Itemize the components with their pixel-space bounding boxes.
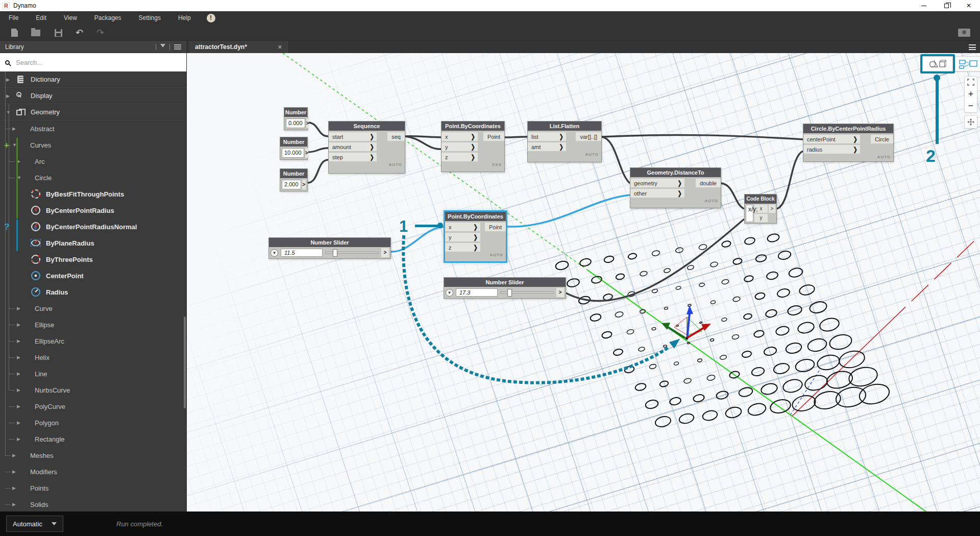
minimize-button[interactable] [913, 0, 935, 11]
wire[interactable] [566, 219, 744, 301]
node-number-slider-1[interactable]: Number Slider ▾ 11.5 > [268, 237, 391, 259]
input-port[interactable]: amount❯ [329, 142, 377, 151]
input-port[interactable]: y❯ [442, 142, 478, 151]
library-item[interactable]: ByBestFitThroughPoints [0, 186, 186, 202]
slider-handle[interactable] [333, 249, 337, 257]
redo-button[interactable]: ↷ [96, 29, 104, 36]
wire[interactable] [505, 137, 527, 137]
output-port[interactable]: seq [387, 132, 405, 141]
node-list-flatten[interactable]: List.Flatten list❯ amt❯ var[]..[] AUTO [527, 121, 602, 162]
node-title[interactable]: Point.ByCoordinates [442, 121, 504, 131]
library-item[interactable]: ByThreePoints [0, 251, 186, 267]
library-item[interactable]: ▶ Line [0, 366, 186, 382]
node-title[interactable]: Number [284, 108, 307, 117]
slider-value-input[interactable]: 17.3 [456, 288, 498, 297]
slider-value-input[interactable]: 11.5 [281, 249, 323, 257]
wire[interactable] [308, 123, 328, 136]
library-scrollbar[interactable] [184, 316, 186, 408]
output-port[interactable]: > [302, 180, 306, 189]
output-port[interactable]: double [696, 179, 721, 187]
zoom-in-button[interactable]: + [968, 90, 973, 98]
expander-arrow-icon[interactable]: ▶ [12, 502, 18, 507]
expander-arrow-icon[interactable]: ▶ [12, 485, 18, 491]
library-item[interactable]: ▶ Modifiers [0, 464, 186, 480]
output-port[interactable]: > [556, 288, 564, 297]
library-item[interactable]: ▶ NurbsCurve [0, 382, 186, 398]
library-item[interactable]: Radius [0, 284, 186, 300]
expander-arrow-icon[interactable]: ▶ [6, 77, 13, 82]
input-port[interactable]: z❯ [442, 153, 478, 161]
library-category[interactable]: ▶ Display [0, 88, 186, 104]
library-category[interactable]: ▶ Dictionary [0, 71, 186, 88]
code-input[interactable]: x/y; [746, 205, 753, 222]
input-port[interactable]: x❯ [442, 132, 478, 141]
wire[interactable] [602, 137, 630, 183]
tab-attractortest[interactable]: attractorTest.dyn* ✕ [189, 41, 288, 53]
wire-selected[interactable] [507, 195, 630, 227]
output-port[interactable]: > [381, 248, 389, 257]
output-port[interactable]: > [769, 205, 775, 213]
library-item[interactable]: ▼ Circle [0, 169, 186, 186]
slider-track[interactable] [325, 252, 379, 254]
number-value-input[interactable]: 2.000 [282, 180, 301, 189]
node-title[interactable]: Number Slider [269, 238, 390, 247]
output-port[interactable]: Circle [871, 135, 893, 143]
node-point-bycoordinates-selected[interactable]: Point.ByCoordinates x❯ y❯ z❯ Point AUTO [444, 210, 507, 263]
node-title[interactable]: Number [280, 169, 307, 178]
output-port[interactable]: Point [485, 223, 506, 231]
canvas[interactable]: Number 0.000> Number 10.000> Number 2.00… [186, 53, 980, 511]
wire[interactable] [721, 183, 744, 209]
expander-arrow-icon[interactable]: ▶ [17, 420, 23, 425]
workspace-menu-icon[interactable] [969, 44, 976, 50]
library-item[interactable]: ▶ Abstract [0, 120, 186, 137]
expander-arrow-icon[interactable]: ▶ [17, 387, 23, 393]
menu-item[interactable]: Help [169, 11, 200, 25]
menu-item[interactable]: Packages [86, 11, 130, 25]
lacing-indicator[interactable]: XXX [492, 162, 502, 167]
input-port[interactable]: y [754, 214, 768, 222]
menu-item[interactable]: Edit [27, 11, 55, 25]
library-category[interactable]: ▼ Geometry [0, 104, 186, 120]
slider-handle[interactable] [507, 289, 512, 297]
restore-button[interactable] [935, 0, 958, 11]
input-port[interactable]: radius❯ [803, 145, 860, 154]
node-title[interactable]: Sequence [329, 121, 405, 131]
node-number-3[interactable]: Number 2.000> [280, 168, 308, 191]
tab-close-icon[interactable]: ✕ [278, 44, 282, 51]
close-button[interactable]: ✕ [958, 0, 980, 11]
search-input[interactable] [15, 58, 181, 67]
node-title[interactable]: Geometry.DistanceTo [630, 168, 721, 177]
undo-button[interactable]: ↶ [76, 29, 83, 36]
lacing-indicator[interactable]: AUTO [704, 199, 718, 203]
lacing-indicator[interactable]: AUTO [585, 152, 599, 157]
graph-view-button[interactable] [954, 56, 980, 71]
node-title[interactable]: Circle.ByCenterPointRadius [803, 124, 893, 133]
number-value-input[interactable]: 10.000 [282, 148, 304, 158]
zoom-out-button[interactable]: − [968, 102, 973, 110]
lacing-indicator[interactable]: AUTO [489, 253, 503, 257]
slider-expand-button[interactable]: ▾ [271, 249, 278, 257]
wire[interactable] [602, 135, 803, 139]
menu-item[interactable]: Settings [130, 11, 169, 25]
node-number-1[interactable]: Number 0.000> [284, 107, 308, 130]
menu-item[interactable]: File [0, 11, 27, 25]
expander-arrow-icon[interactable]: ▶ [17, 436, 23, 442]
node-code-block[interactable]: Code Block x x/y; > y [744, 194, 777, 224]
library-item[interactable]: ▶ Rectangle [0, 431, 186, 447]
menu-item[interactable]: View [55, 11, 86, 25]
wire[interactable] [405, 136, 441, 149]
node-circle-bycenterpointradius[interactable]: Circle.ByCenterPointRadius centerPoint❯ … [803, 124, 894, 162]
library-menu-icon[interactable] [174, 44, 181, 50]
library-item[interactable]: ▶ Meshes [0, 447, 186, 464]
library-item[interactable]: ▶ Helix [0, 349, 186, 366]
library-item[interactable]: CenterPoint [0, 267, 186, 284]
export-image-button[interactable] [958, 29, 970, 37]
input-port[interactable]: y❯ [445, 233, 480, 241]
input-port[interactable]: list❯ [528, 132, 566, 141]
input-port[interactable]: x❯ [445, 223, 480, 231]
expander-arrow-icon[interactable]: ▶ [17, 306, 23, 311]
input-port[interactable]: other❯ [630, 189, 684, 198]
expander-arrow-icon[interactable]: ▶ [12, 453, 18, 458]
number-value-input[interactable]: 0.000 [286, 118, 305, 128]
node-title[interactable]: Point.ByCoordinates [445, 212, 506, 221]
